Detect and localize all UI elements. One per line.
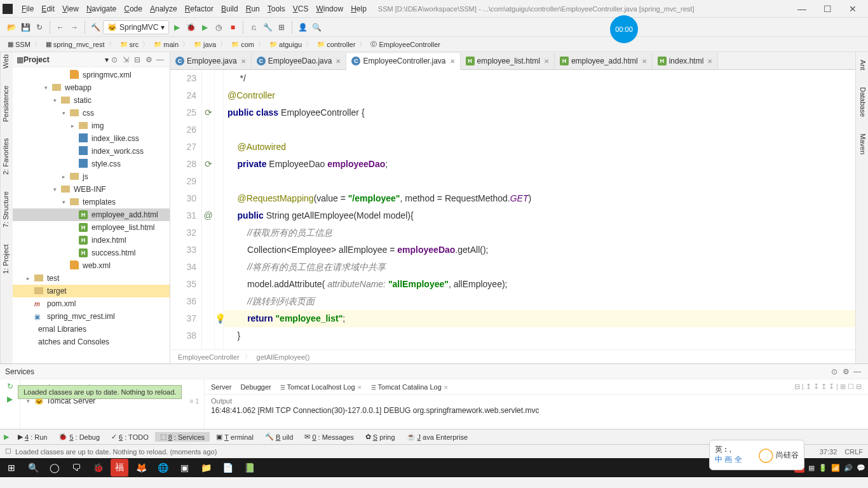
close-button[interactable]: ✕ (840, 4, 865, 14)
app-icon[interactable]: 福 (111, 459, 128, 477)
line-separator[interactable]: CRLF (844, 448, 863, 456)
play-icon[interactable]: ▶ (7, 395, 13, 403)
event-log-icon[interactable]: ☐ (5, 447, 11, 456)
svc-tab[interactable]: Server (211, 383, 231, 391)
back-icon[interactable]: ← (54, 21, 67, 34)
side-tab[interactable]: Ant (856, 57, 868, 73)
expand-icon[interactable]: ⇲ (120, 55, 132, 64)
svc-tab[interactable]: ☰ Tomcat Localhost Log ✕ (280, 383, 362, 391)
close-icon[interactable]: ✕ (642, 58, 647, 65)
stop-icon[interactable]: ■ (226, 21, 239, 34)
side-tab[interactable]: Database (856, 85, 868, 119)
crumb[interactable]: 📁 com (229, 40, 267, 49)
editor-crumb[interactable]: EmployeeController (178, 353, 240, 361)
tree-item[interactable]: index_work.css (13, 145, 170, 158)
structure-icon[interactable]: ⊞ (275, 21, 288, 34)
gear-icon[interactable]: ⚙ (840, 367, 851, 376)
run-config-selector[interactable]: 🐱 SpringMVC ▾ (103, 20, 169, 34)
bottom-tab[interactable]: ▶4: Run (13, 432, 52, 442)
project-tree[interactable]: springmvc.xml▾webapp▾static▾css▸imgindex… (13, 67, 170, 363)
chrome-icon[interactable]: 🌐 (154, 459, 172, 477)
menu-file[interactable]: File (18, 3, 37, 15)
svc-tab[interactable]: Debugger (240, 383, 271, 391)
menu-edit[interactable]: Edit (37, 3, 58, 15)
tree-item[interactable]: mpom.xml (13, 297, 170, 310)
tree-item[interactable]: ▸js (13, 170, 170, 183)
close-icon[interactable]: ✕ (336, 58, 341, 65)
bottom-tab[interactable]: 🐞5: Debug (53, 432, 105, 442)
menu-code[interactable]: Code (120, 3, 146, 15)
tree-item[interactable]: ▾templates (13, 196, 170, 208)
bottom-tab[interactable]: ▣Terminal (211, 432, 259, 442)
close-icon[interactable]: ✕ (707, 58, 712, 65)
vcs-icon[interactable]: ⎌ (247, 21, 260, 34)
menu-build[interactable]: Build (217, 3, 242, 15)
tray-icon[interactable]: ▦ (808, 464, 815, 472)
tree-item[interactable]: index_like.css (13, 132, 170, 145)
tree-item[interactable]: style.css (13, 158, 170, 170)
menu-view[interactable]: View (58, 3, 83, 15)
avatar-icon[interactable]: 👤 (296, 21, 309, 34)
crumb[interactable]: 📁 atguigu (267, 40, 315, 49)
app-icon[interactable]: 🗨 (67, 459, 85, 477)
tree-item[interactable]: ▾css (13, 107, 170, 119)
volume-icon[interactable]: 🔊 (844, 464, 853, 472)
crumb[interactable]: ▦ spring_mvc_rest (43, 40, 118, 49)
crumb[interactable]: 📁 java (191, 40, 229, 49)
right-tool-strip[interactable]: AntDatabaseMaven (855, 52, 868, 363)
tree-item[interactable]: atches and Consoles (13, 336, 170, 348)
crumb[interactable]: 📁 src (118, 40, 152, 49)
close-icon[interactable]: ✕ (544, 58, 549, 65)
collapse-icon[interactable]: ⊟ (132, 55, 143, 64)
editor-crumb[interactable]: getAllEmployee() (257, 353, 310, 361)
coverage-icon[interactable]: ▶ (198, 21, 211, 34)
editor-tabs[interactable]: CEmployee.java✕CEmployeeDao.java✕CEmploy… (170, 52, 855, 70)
explorer-icon[interactable]: 📁 (197, 459, 215, 477)
open-icon[interactable]: 📂 (5, 21, 18, 34)
left-tool-strip[interactable]: 1: Project7: Structure2: FavoritesPersis… (0, 52, 13, 363)
editor-tab[interactable]: Hindex.html✕ (653, 53, 719, 69)
bottom-tab[interactable]: ☕Java Enterprise (402, 432, 473, 442)
side-tab[interactable]: Maven (856, 131, 868, 157)
start-icon[interactable]: ⊞ (3, 459, 20, 477)
menu-tools[interactable]: Tools (264, 3, 289, 15)
notifications-icon[interactable]: 💬 (857, 464, 865, 472)
bottom-tab[interactable]: ⬚8: Services (155, 432, 210, 442)
main-menu[interactable]: FileEditViewNavigateCodeAnalyzeRefactorB… (18, 4, 370, 13)
tree-item[interactable]: Hindex.html (13, 234, 170, 247)
profile-icon[interactable]: ◷ (212, 21, 225, 34)
editor-tab[interactable]: CEmployeeController.java✕ (346, 53, 460, 70)
recording-timer[interactable]: 00:00 (610, 15, 638, 43)
editor-breadcrumb[interactable]: EmployeeController〉getAllEmployee() (170, 349, 855, 363)
close-icon[interactable]: ✕ (450, 58, 455, 65)
save-icon[interactable]: 💾 (19, 21, 32, 34)
bottom-tab[interactable]: 🔨Build (260, 432, 298, 442)
app-icon[interactable]: 📗 (240, 459, 258, 477)
tree-item[interactable]: ▾static (13, 94, 170, 107)
side-tab[interactable]: Web (1, 52, 13, 71)
task-view-icon[interactable]: ◯ (46, 459, 64, 477)
tree-item[interactable]: Hemployee_add.html (13, 208, 170, 221)
code-editor[interactable]: 23242526272829303132333435363738 ⟳⟳@ 💡 *… (170, 70, 855, 349)
crumb[interactable]: 📁 controller (315, 40, 368, 49)
crumb[interactable]: ▦ SSM (5, 40, 43, 49)
tray-icon[interactable]: 🔋 (818, 464, 827, 472)
menu-refactor[interactable]: Refactor (181, 3, 217, 15)
build-icon[interactable]: 🔨 (89, 21, 102, 34)
tree-item[interactable]: web.xml (13, 259, 170, 272)
menu-window[interactable]: Window (312, 3, 347, 15)
side-tab[interactable]: 1: Project (1, 241, 13, 276)
editor-tab[interactable]: CEmployeeDao.java✕ (252, 53, 347, 69)
code-content[interactable]: */@Controllerpublic class EmployeeContro… (224, 70, 855, 349)
crumb[interactable]: 📁 main (151, 40, 191, 49)
ime-indicator[interactable]: 英 ꞉ , 中 画 全 ◯ 尚硅谷 (709, 440, 804, 470)
menu-analyze[interactable]: Analyze (146, 3, 181, 15)
nav-breadcrumbs[interactable]: ▦ SSM▦ spring_mvc_rest📁 src📁 main📁 java📁… (0, 37, 868, 52)
side-tab[interactable]: 7: Structure (1, 189, 13, 230)
bottom-tab[interactable]: ✿Spring (360, 432, 400, 442)
run-icon[interactable]: ▶ (170, 21, 183, 34)
refresh-icon[interactable]: ↻ (33, 21, 46, 34)
close-icon[interactable]: ✕ (241, 58, 246, 65)
tree-item[interactable]: ▸test (13, 272, 170, 285)
menu-run[interactable]: Run (242, 3, 264, 15)
